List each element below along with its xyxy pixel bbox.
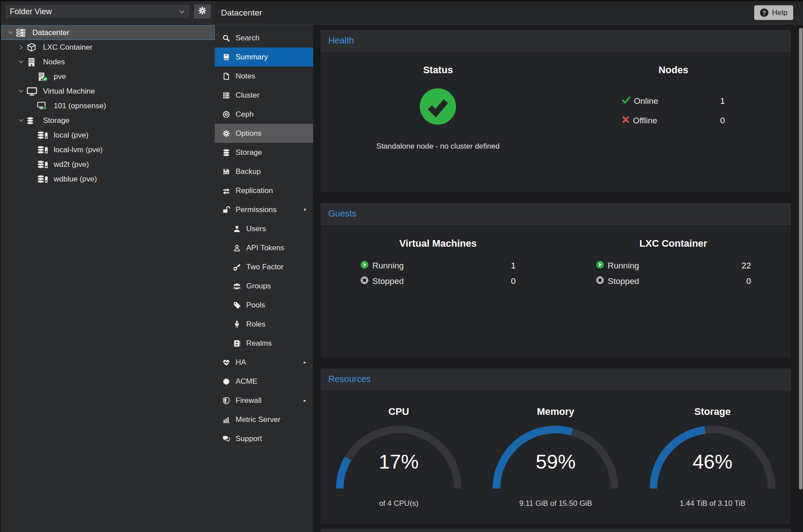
menu-item-options[interactable]: Options bbox=[215, 124, 313, 143]
tree-item-label: Virtual Machine bbox=[43, 87, 95, 96]
tree-item-label: local (pve) bbox=[54, 131, 88, 140]
menu-item-firewall[interactable]: Firewall▸ bbox=[215, 391, 313, 410]
collapse-toggle-icon[interactable] bbox=[16, 60, 26, 64]
question-circle-icon: ? bbox=[760, 8, 768, 17]
menu-item-metric-server[interactable]: Metric Server bbox=[215, 410, 313, 429]
node-status-value: 1 bbox=[720, 96, 725, 106]
menu-item-users[interactable]: Users bbox=[215, 219, 313, 238]
scrollbar-thumb[interactable] bbox=[799, 28, 803, 489]
health-panel-title: Health bbox=[328, 35, 354, 46]
menu-item-label: Cluster bbox=[236, 91, 260, 100]
usage-gauge: 46% bbox=[644, 421, 781, 492]
database-icon bbox=[26, 117, 39, 125]
tree-item-local-lvm-pve-[interactable]: local-lvm (pve) bbox=[1, 142, 215, 157]
floppy-icon bbox=[221, 168, 231, 176]
tree-item-wdblue-pve-[interactable]: wdblue (pve) bbox=[1, 172, 215, 186]
tree-item-pve[interactable]: pve bbox=[1, 69, 215, 84]
menu-item-two-factor[interactable]: Two Factor bbox=[215, 257, 313, 276]
menu-item-pools[interactable]: Pools bbox=[215, 296, 313, 315]
menu-item-api-tokens[interactable]: API Tokens bbox=[215, 238, 313, 257]
guest-rows: Running1Stopped0 bbox=[360, 260, 516, 287]
tree-item-label: Datacenter bbox=[32, 28, 69, 37]
view-mode-value: Folder View bbox=[10, 7, 52, 16]
key-icon bbox=[232, 263, 241, 271]
menu-item-roles[interactable]: Roles bbox=[215, 315, 313, 334]
tree-item-virtual-machine[interactable]: Virtual Machine bbox=[1, 84, 215, 99]
menu-item-label: Options bbox=[236, 129, 262, 138]
menu-item-support[interactable]: Support bbox=[215, 429, 313, 448]
bar-chart-icon bbox=[221, 416, 231, 424]
note-icon bbox=[221, 72, 231, 80]
expand-toggle-icon[interactable] bbox=[16, 44, 26, 50]
node-status-label: Offline bbox=[633, 116, 657, 126]
resources-panel: Resources CPU 17%of 4 CPU(s)Memory 59%9.… bbox=[320, 368, 791, 524]
gauge-detail-text: 1.44 TiB of 3.10 TiB bbox=[680, 499, 745, 508]
address-book-icon bbox=[232, 339, 241, 347]
menu-item-label: API Tokens bbox=[246, 244, 284, 252]
menu-item-permissions[interactable]: Permissions▾ bbox=[215, 200, 313, 219]
tree-item-101-opnsense-[interactable]: 101 (opnsense) bbox=[1, 99, 215, 113]
help-button[interactable]: ? Help bbox=[754, 5, 793, 20]
view-mode-select[interactable]: Folder View bbox=[5, 4, 190, 19]
menu-item-label: Search bbox=[236, 34, 260, 43]
menu-item-replication[interactable]: Replication bbox=[215, 181, 313, 200]
tree-item-datacenter[interactable]: Datacenter bbox=[1, 25, 215, 40]
tree-item-wd2t-pve-[interactable]: wd2t (pve) bbox=[1, 157, 215, 172]
tree-item-label: wdblue (pve) bbox=[54, 175, 97, 184]
menu-item-acme[interactable]: ACME bbox=[215, 372, 313, 391]
menu-item-groups[interactable]: Groups bbox=[215, 276, 313, 296]
heartbeat-icon bbox=[221, 359, 231, 366]
content-scrollbar bbox=[799, 25, 803, 532]
menu-item-notes[interactable]: Notes bbox=[215, 67, 313, 86]
gauge-percent-value: 59% bbox=[487, 450, 624, 473]
resources-panel-title: Resources bbox=[328, 374, 371, 384]
menu-item-cluster[interactable]: Cluster bbox=[215, 86, 313, 105]
menu-item-realms[interactable]: Realms bbox=[215, 334, 313, 353]
vm-running-icon bbox=[37, 101, 50, 111]
menu-item-label: Pools bbox=[246, 301, 265, 310]
tree-item-nodes[interactable]: Nodes bbox=[1, 55, 215, 69]
tree-settings-button[interactable] bbox=[193, 4, 211, 19]
menu-item-backup[interactable]: Backup bbox=[215, 162, 313, 181]
gear-icon bbox=[221, 130, 231, 138]
storage-item-icon bbox=[37, 145, 50, 155]
building-icon bbox=[26, 57, 39, 67]
check-icon bbox=[622, 96, 630, 106]
collapse-toggle-icon[interactable] bbox=[16, 118, 26, 122]
content-header: Datacenter ? Help bbox=[215, 1, 803, 24]
tree-item-lxc-container[interactable]: LXC Container bbox=[1, 40, 215, 55]
status-column: Status Standalone node - no cluster defi… bbox=[320, 51, 556, 193]
guests-panel-title: Guests bbox=[328, 209, 356, 219]
resource-heading: Memory bbox=[537, 406, 574, 418]
tree-item-label: pve bbox=[54, 72, 66, 81]
ceph-icon bbox=[221, 110, 231, 118]
storage-item-icon bbox=[37, 130, 50, 140]
guests-column-0: Virtual MachinesRunning1Stopped0 bbox=[320, 225, 556, 358]
menu-item-ha[interactable]: HA▸ bbox=[215, 353, 313, 372]
menu-item-summary[interactable]: Summary bbox=[215, 47, 313, 67]
person-icon bbox=[232, 320, 241, 328]
collapse-toggle-icon[interactable] bbox=[5, 31, 16, 35]
menu-item-ceph[interactable]: Ceph bbox=[215, 105, 313, 124]
monitor-icon bbox=[26, 87, 39, 96]
chevron-down-icon: ▾ bbox=[303, 207, 306, 213]
menu-item-label: Replication bbox=[236, 186, 273, 195]
nodes-legend: Online1Offline0 bbox=[622, 96, 725, 126]
tree-item-local-pve-[interactable]: local (pve) bbox=[1, 128, 215, 142]
menu-item-label: Metric Server bbox=[236, 415, 280, 424]
tree-item-storage[interactable]: Storage bbox=[1, 113, 215, 128]
health-panel-header: Health bbox=[320, 30, 791, 51]
stop-circle-icon bbox=[360, 276, 369, 287]
menu-item-label: Two Factor bbox=[246, 263, 283, 272]
guest-row-running: Running1 bbox=[360, 260, 516, 272]
collapse-toggle-icon[interactable] bbox=[16, 89, 26, 93]
check-circle-icon bbox=[419, 87, 457, 127]
gauge-percent-value: 46% bbox=[644, 450, 781, 473]
guests-column-heading: Virtual Machines bbox=[399, 238, 476, 249]
menu-item-label: Permissions bbox=[236, 205, 277, 214]
menu-item-search[interactable]: Search bbox=[215, 28, 313, 47]
search-icon bbox=[221, 34, 231, 42]
guest-state-label: Stopped bbox=[372, 276, 404, 286]
menu-item-storage[interactable]: Storage bbox=[215, 143, 313, 162]
status-heading: Status bbox=[423, 64, 453, 76]
